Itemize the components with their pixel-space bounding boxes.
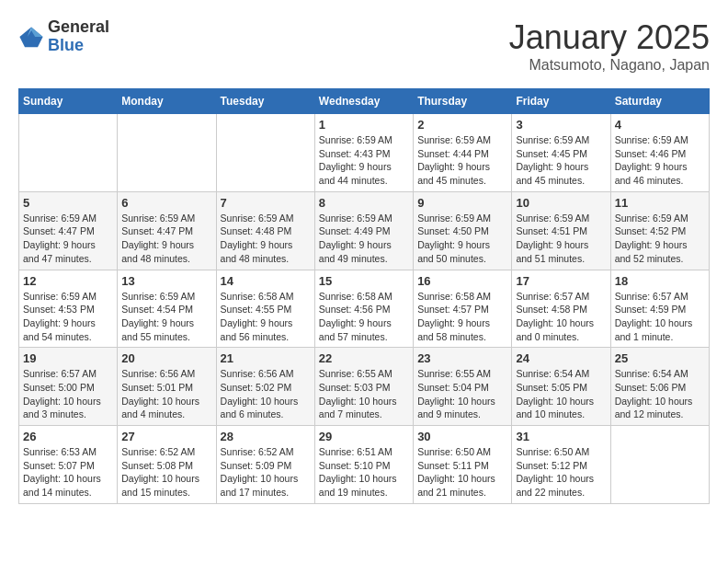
day-number: 9 [417, 196, 507, 210]
day-number: 5 [23, 196, 113, 210]
calendar-cell: 29Sunrise: 6:51 AM Sunset: 5:10 PM Dayli… [314, 426, 413, 504]
calendar-cell: 3Sunrise: 6:59 AM Sunset: 4:45 PM Daylig… [512, 114, 610, 192]
calendar-cell: 9Sunrise: 6:59 AM Sunset: 4:50 PM Daylig… [414, 191, 512, 270]
weekday-header-thursday: Thursday [414, 89, 512, 114]
day-info: Sunrise: 6:59 AM Sunset: 4:43 PM Dayligh… [319, 133, 409, 188]
day-info: Sunrise: 6:59 AM Sunset: 4:48 PM Dayligh… [221, 212, 311, 266]
day-info: Sunrise: 6:59 AM Sunset: 4:46 PM Dayligh… [615, 133, 705, 188]
calendar-cell: 17Sunrise: 6:57 AM Sunset: 4:58 PM Dayli… [512, 270, 610, 348]
day-number: 17 [516, 274, 606, 288]
calendar-week-row: 19Sunrise: 6:57 AM Sunset: 5:00 PM Dayli… [19, 348, 710, 426]
day-info: Sunrise: 6:59 AM Sunset: 4:50 PM Dayligh… [417, 212, 507, 266]
calendar-week-row: 1Sunrise: 6:59 AM Sunset: 4:43 PM Daylig… [19, 114, 710, 192]
day-info: Sunrise: 6:59 AM Sunset: 4:47 PM Dayligh… [23, 212, 113, 266]
day-info: Sunrise: 6:59 AM Sunset: 4:53 PM Dayligh… [23, 290, 113, 344]
day-number: 18 [615, 274, 705, 288]
day-info: Sunrise: 6:59 AM Sunset: 4:47 PM Dayligh… [121, 212, 211, 266]
day-info: Sunrise: 6:59 AM Sunset: 4:51 PM Dayligh… [516, 212, 606, 266]
day-number: 10 [516, 196, 606, 210]
location: Matsumoto, Nagano, Japan [509, 57, 710, 74]
calendar-cell: 7Sunrise: 6:59 AM Sunset: 4:48 PM Daylig… [216, 191, 314, 270]
calendar-cell: 20Sunrise: 6:56 AM Sunset: 5:01 PM Dayli… [118, 348, 216, 426]
calendar-cell: 12Sunrise: 6:59 AM Sunset: 4:53 PM Dayli… [19, 270, 118, 348]
day-number: 24 [516, 351, 606, 365]
day-number: 2 [417, 118, 507, 132]
weekday-header-sunday: Sunday [19, 89, 118, 114]
day-info: Sunrise: 6:53 AM Sunset: 5:07 PM Dayligh… [23, 445, 113, 500]
calendar-cell: 26Sunrise: 6:53 AM Sunset: 5:07 PM Dayli… [19, 426, 118, 504]
calendar-cell [19, 114, 118, 192]
weekday-header-saturday: Saturday [610, 89, 709, 114]
calendar-cell: 24Sunrise: 6:54 AM Sunset: 5:05 PM Dayli… [512, 348, 610, 426]
day-info: Sunrise: 6:59 AM Sunset: 4:49 PM Dayligh… [319, 212, 409, 266]
calendar-cell: 8Sunrise: 6:59 AM Sunset: 4:49 PM Daylig… [314, 191, 413, 270]
logo-text: General Blue [48, 18, 109, 55]
day-number: 11 [615, 196, 705, 210]
calendar-cell: 14Sunrise: 6:58 AM Sunset: 4:55 PM Dayli… [216, 270, 314, 348]
day-number: 20 [121, 351, 211, 365]
calendar-cell: 15Sunrise: 6:58 AM Sunset: 4:56 PM Dayli… [314, 270, 413, 348]
day-info: Sunrise: 6:57 AM Sunset: 4:58 PM Dayligh… [516, 290, 606, 344]
calendar-cell: 1Sunrise: 6:59 AM Sunset: 4:43 PM Daylig… [314, 114, 413, 192]
calendar-cell: 31Sunrise: 6:50 AM Sunset: 5:12 PM Dayli… [512, 426, 610, 504]
day-info: Sunrise: 6:58 AM Sunset: 4:56 PM Dayligh… [319, 290, 409, 344]
calendar-cell: 18Sunrise: 6:57 AM Sunset: 4:59 PM Dayli… [610, 270, 709, 348]
calendar-week-row: 5Sunrise: 6:59 AM Sunset: 4:47 PM Daylig… [19, 191, 710, 270]
calendar-cell: 11Sunrise: 6:59 AM Sunset: 4:52 PM Dayli… [610, 191, 709, 270]
weekday-header-row: SundayMondayTuesdayWednesdayThursdayFrid… [19, 89, 710, 114]
day-number: 23 [417, 351, 507, 365]
calendar-cell: 6Sunrise: 6:59 AM Sunset: 4:47 PM Daylig… [118, 191, 216, 270]
logo-icon [18, 24, 44, 50]
month-title: January 2025 [509, 18, 710, 57]
calendar-cell: 25Sunrise: 6:54 AM Sunset: 5:06 PM Dayli… [610, 348, 709, 426]
day-info: Sunrise: 6:55 AM Sunset: 5:04 PM Dayligh… [417, 367, 507, 421]
calendar-cell: 5Sunrise: 6:59 AM Sunset: 4:47 PM Daylig… [19, 191, 118, 270]
day-number: 22 [319, 351, 409, 365]
day-number: 1 [319, 118, 409, 132]
day-info: Sunrise: 6:59 AM Sunset: 4:54 PM Dayligh… [121, 290, 211, 344]
calendar-cell: 23Sunrise: 6:55 AM Sunset: 5:04 PM Dayli… [414, 348, 512, 426]
day-info: Sunrise: 6:59 AM Sunset: 4:52 PM Dayligh… [615, 212, 705, 266]
day-number: 31 [516, 430, 606, 443]
day-number: 3 [516, 118, 606, 132]
logo-blue-text: Blue [48, 37, 109, 55]
calendar-cell [216, 114, 314, 192]
calendar-week-row: 12Sunrise: 6:59 AM Sunset: 4:53 PM Dayli… [19, 270, 710, 348]
day-number: 19 [23, 351, 113, 365]
weekday-header-tuesday: Tuesday [216, 89, 314, 114]
day-info: Sunrise: 6:55 AM Sunset: 5:03 PM Dayligh… [319, 367, 409, 421]
logo: General Blue [18, 18, 109, 55]
day-number: 29 [319, 430, 409, 443]
day-number: 7 [221, 196, 311, 210]
day-number: 12 [23, 274, 113, 288]
calendar-cell: 22Sunrise: 6:55 AM Sunset: 5:03 PM Dayli… [314, 348, 413, 426]
calendar-cell: 2Sunrise: 6:59 AM Sunset: 4:44 PM Daylig… [414, 114, 512, 192]
calendar-cell [118, 114, 216, 192]
weekday-header-wednesday: Wednesday [314, 89, 413, 114]
day-info: Sunrise: 6:51 AM Sunset: 5:10 PM Dayligh… [319, 445, 409, 500]
page-header: General Blue January 2025 Matsumoto, Nag… [18, 18, 710, 74]
calendar-cell: 13Sunrise: 6:59 AM Sunset: 4:54 PM Dayli… [118, 270, 216, 348]
day-number: 25 [615, 351, 705, 365]
day-info: Sunrise: 6:58 AM Sunset: 4:57 PM Dayligh… [417, 290, 507, 344]
day-number: 13 [121, 274, 211, 288]
calendar-cell: 28Sunrise: 6:52 AM Sunset: 5:09 PM Dayli… [216, 426, 314, 504]
day-info: Sunrise: 6:52 AM Sunset: 5:08 PM Dayligh… [121, 445, 211, 500]
calendar-cell: 21Sunrise: 6:56 AM Sunset: 5:02 PM Dayli… [216, 348, 314, 426]
day-number: 27 [121, 430, 211, 443]
day-info: Sunrise: 6:57 AM Sunset: 4:59 PM Dayligh… [615, 290, 705, 344]
calendar-cell [610, 426, 709, 504]
day-info: Sunrise: 6:56 AM Sunset: 5:01 PM Dayligh… [121, 367, 211, 421]
day-info: Sunrise: 6:52 AM Sunset: 5:09 PM Dayligh… [221, 445, 311, 500]
calendar-cell: 27Sunrise: 6:52 AM Sunset: 5:08 PM Dayli… [118, 426, 216, 504]
day-info: Sunrise: 6:54 AM Sunset: 5:05 PM Dayligh… [516, 367, 606, 421]
title-block: January 2025 Matsumoto, Nagano, Japan [509, 18, 710, 74]
day-number: 6 [121, 196, 211, 210]
calendar-week-row: 26Sunrise: 6:53 AM Sunset: 5:07 PM Dayli… [19, 426, 710, 504]
day-info: Sunrise: 6:57 AM Sunset: 5:00 PM Dayligh… [23, 367, 113, 421]
calendar-table: SundayMondayTuesdayWednesdayThursdayFrid… [18, 88, 710, 504]
calendar-cell: 16Sunrise: 6:58 AM Sunset: 4:57 PM Dayli… [414, 270, 512, 348]
day-number: 26 [23, 430, 113, 443]
day-number: 14 [221, 274, 311, 288]
day-number: 15 [319, 274, 409, 288]
